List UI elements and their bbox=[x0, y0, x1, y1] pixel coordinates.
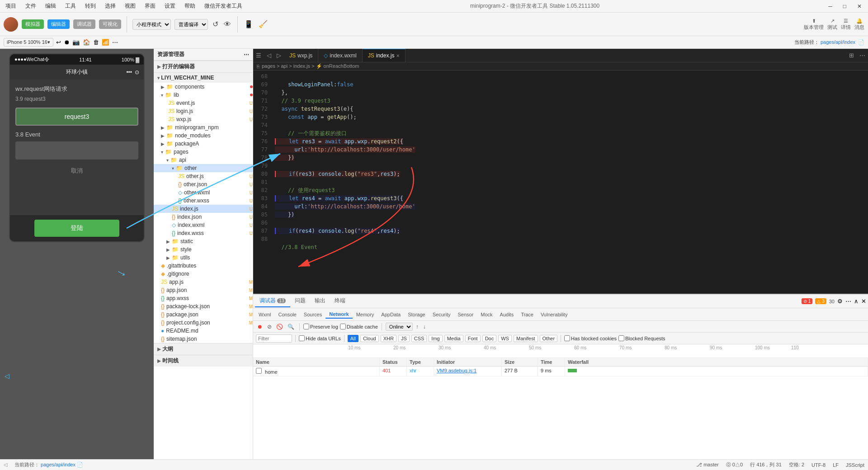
record-network-btn[interactable]: ⏺ bbox=[256, 323, 264, 330]
editor-scrollbar[interactable] bbox=[862, 70, 868, 294]
mode-selector[interactable]: 小程序模式 bbox=[132, 19, 171, 30]
home-btn[interactable]: 🏠 bbox=[83, 39, 90, 46]
file-item-utils[interactable]: ▶ 📁 utils bbox=[154, 254, 253, 262]
network-throttle-select[interactable]: Online bbox=[386, 323, 413, 331]
editor-menu-icon[interactable]: ☰ bbox=[253, 52, 264, 59]
file-item-otherjson[interactable]: {} other.json U bbox=[154, 180, 253, 188]
file-item-packagelockjson[interactable]: {} package-lock.json M bbox=[154, 302, 253, 310]
file-item-indexwxss[interactable]: {} index.wxss U bbox=[154, 229, 253, 237]
wifi-btn[interactable]: 📶 bbox=[102, 39, 109, 46]
devtools-collapse-btn[interactable]: ∧ bbox=[854, 298, 859, 305]
more-btn[interactable]: ⋯ bbox=[112, 39, 118, 46]
devtools-more-icon[interactable]: ⋯ bbox=[845, 298, 851, 305]
initiator-link-home[interactable]: VM9.asdebug.js:1 bbox=[437, 368, 476, 373]
compiler-section[interactable]: ▶ 打开的编辑器 bbox=[154, 61, 253, 72]
network-filter-input[interactable] bbox=[256, 334, 292, 343]
menu-item-file[interactable]: 文件 bbox=[24, 1, 38, 11]
tab-wxpjs[interactable]: JS wxp.js bbox=[284, 49, 318, 62]
version-mgmt-button[interactable]: ⬆ 版本管理 bbox=[804, 18, 824, 31]
filter-xhr-btn[interactable]: XHR bbox=[381, 335, 396, 342]
device-selector[interactable]: iPhone 5 100% 16▾ bbox=[4, 38, 53, 47]
timeline-section[interactable]: ▶ 时间线 bbox=[154, 355, 253, 367]
nav-back-icon[interactable]: ◁ bbox=[264, 52, 274, 59]
file-item-indexjson[interactable]: {} index.json U bbox=[154, 213, 253, 221]
filter-all-btn[interactable]: All bbox=[348, 335, 359, 342]
file-item-sitemapjson[interactable]: {} sitemap.json bbox=[154, 335, 253, 343]
tab-wxml[interactable]: Wxml bbox=[255, 311, 275, 318]
real-device-button[interactable]: 📱 bbox=[243, 19, 254, 29]
file-item-gitattributes[interactable]: ◆ .gitattributes bbox=[154, 262, 253, 270]
rotate-btn[interactable]: ↩ bbox=[56, 39, 61, 46]
table-row-home[interactable]: home 401 xhr VM9.asdebug.js:1 277 B 9 ms bbox=[253, 367, 868, 376]
phone-request3-btn[interactable]: request3 bbox=[15, 108, 138, 126]
nav-dots-icon[interactable]: ••• bbox=[126, 69, 132, 75]
details-button[interactable]: ☰ 详情 bbox=[841, 18, 851, 31]
tab-storage[interactable]: Storage bbox=[404, 311, 429, 318]
file-item-pages[interactable]: ▾ 📁 pages bbox=[154, 148, 253, 156]
menu-item-tools[interactable]: 工具 bbox=[63, 1, 78, 11]
project-section[interactable]: ▾ LIYI_WECHAT_MINE bbox=[154, 72, 253, 83]
file-item-indexjs[interactable]: JS index.js U bbox=[154, 205, 253, 213]
col-header-size[interactable]: Size bbox=[502, 358, 538, 366]
menu-item-view[interactable]: 视图 bbox=[123, 1, 137, 11]
tab-output[interactable]: 输出 bbox=[310, 295, 330, 307]
col-header-time[interactable]: Time bbox=[538, 358, 565, 366]
language-info[interactable]: JSScript bbox=[846, 462, 864, 468]
tab-security[interactable]: Security bbox=[429, 311, 454, 318]
tab-sensor[interactable]: Sensor bbox=[454, 311, 477, 318]
window-maximize[interactable]: □ bbox=[840, 3, 849, 9]
clear-network-btn[interactable]: ⊘ bbox=[266, 323, 273, 330]
file-item-lib[interactable]: ▾ 📁 lib bbox=[154, 91, 253, 99]
devtools-close-btn[interactable]: ✕ bbox=[861, 298, 866, 305]
file-item-otherwxss[interactable]: {} other.wxss U bbox=[154, 197, 253, 205]
file-item-gitignore[interactable]: ◆ .gitignore bbox=[154, 270, 253, 278]
tab-terminal[interactable]: 终端 bbox=[330, 295, 350, 307]
hide-data-urls-checkbox[interactable] bbox=[299, 335, 305, 341]
menu-item-settings[interactable]: 设置 bbox=[163, 1, 177, 11]
simulator-button[interactable]: 模拟器 bbox=[22, 19, 44, 29]
col-header-type[interactable]: Type bbox=[407, 358, 434, 366]
file-item-readme[interactable]: ● README.md bbox=[154, 327, 253, 335]
editor-more-icon[interactable]: ⋯ bbox=[857, 52, 868, 59]
tab-appdata[interactable]: AppData bbox=[377, 311, 404, 318]
menu-item-help[interactable]: 帮助 bbox=[183, 1, 197, 11]
tab-mock[interactable]: Mock bbox=[477, 311, 496, 318]
menu-item-select[interactable]: 选择 bbox=[103, 1, 118, 11]
blocked-requests-checkbox[interactable] bbox=[618, 335, 624, 341]
file-item-projectconfigjson[interactable]: {} project.config.json M bbox=[154, 319, 253, 327]
split-editor-icon[interactable]: ⊞ bbox=[846, 52, 857, 59]
filter-css-btn[interactable]: CSS bbox=[411, 335, 427, 342]
file-item-other[interactable]: ▾ 📁 other bbox=[154, 164, 253, 172]
import-btn[interactable]: ↑ bbox=[415, 323, 420, 330]
tab-trace[interactable]: Trace bbox=[517, 311, 537, 318]
clean-cache-button[interactable]: 🧹 bbox=[258, 19, 269, 29]
file-item-appjs[interactable]: JS app.js M bbox=[154, 278, 253, 286]
preserve-log-checkbox[interactable] bbox=[303, 324, 309, 329]
filter-img-btn[interactable]: Img bbox=[429, 335, 442, 342]
filter-network-btn[interactable]: 🚫 bbox=[275, 323, 284, 330]
tab-close-icon[interactable]: ✕ bbox=[396, 53, 400, 58]
filter-other-btn[interactable]: Other bbox=[540, 335, 558, 342]
devtools-settings-icon[interactable]: ⚙ bbox=[837, 298, 843, 305]
file-panel-menu-icon[interactable]: ⋯ bbox=[244, 52, 249, 58]
screenshot-btn[interactable]: 📷 bbox=[72, 39, 80, 46]
file-item-indexwxml[interactable]: ◇ index.wxml U bbox=[154, 221, 253, 229]
clear-btn[interactable]: 🗑 bbox=[93, 39, 99, 46]
search-network-btn[interactable]: 🔍 bbox=[286, 323, 296, 330]
menu-item-project[interactable]: 项目 bbox=[4, 1, 18, 11]
file-item-otherjs[interactable]: JS other.js U bbox=[154, 172, 253, 180]
filter-doc-btn[interactable]: Doc bbox=[482, 335, 497, 342]
debugger-button[interactable]: 调试器 bbox=[73, 19, 95, 29]
tab-memory[interactable]: Memory bbox=[353, 311, 378, 318]
encoding-info[interactable]: UTF-8 bbox=[811, 462, 826, 468]
filter-cloud-btn[interactable]: Cloud bbox=[360, 335, 379, 342]
phone-cancel[interactable]: 取消 bbox=[15, 163, 138, 179]
window-minimize[interactable]: ─ bbox=[826, 3, 835, 9]
file-item-static[interactable]: ▶ 📁 static bbox=[154, 237, 253, 245]
file-item-appwxss[interactable]: {} app.wxss M bbox=[154, 294, 253, 302]
line-ending-info[interactable]: LF bbox=[833, 462, 839, 468]
tab-indexjs[interactable]: JS index.js ✕ bbox=[363, 49, 406, 62]
tab-console[interactable]: Console bbox=[275, 311, 300, 318]
file-item-packageA[interactable]: ▶ 📁 packageA bbox=[154, 140, 253, 148]
refresh-button[interactable]: ↺ bbox=[212, 19, 219, 29]
